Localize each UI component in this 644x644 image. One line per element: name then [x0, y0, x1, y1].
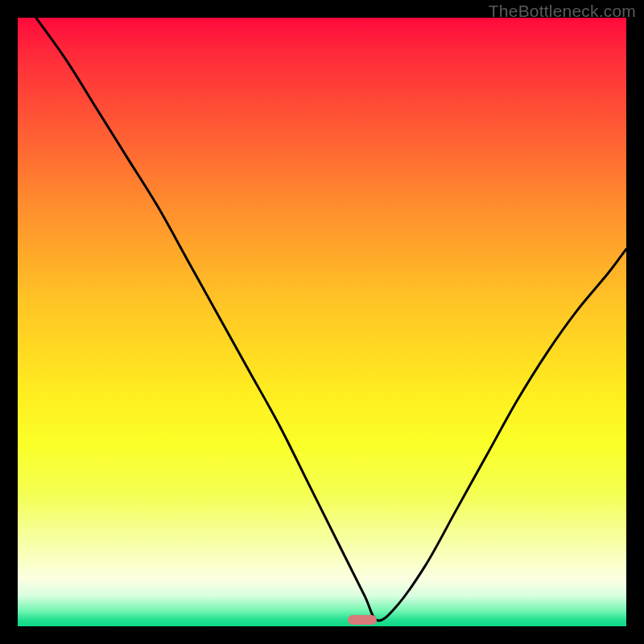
chart-frame: TheBottleneck.com [0, 0, 644, 644]
watermark-text: TheBottleneck.com [489, 2, 636, 21]
optimal-marker [348, 615, 377, 625]
bottleneck-curve [18, 18, 626, 626]
plot-area [18, 18, 626, 626]
